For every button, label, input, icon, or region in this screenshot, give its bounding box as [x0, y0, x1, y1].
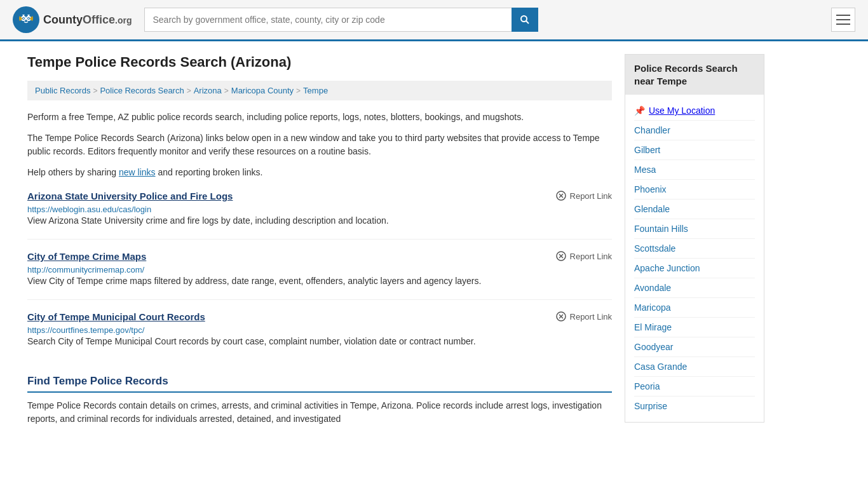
sidebar-location-link-7[interactable]: Apache Junction: [634, 263, 700, 273]
sidebar-content: 📌 Use My Location ChandlerGilbertMesaPho…: [625, 95, 764, 422]
resource-entry-3: City of Tempe Municipal Court Records Re…: [27, 311, 612, 360]
report-label-1: Report Link: [570, 191, 612, 201]
report-icon-2: [556, 251, 566, 261]
menu-line-3: [836, 24, 850, 25]
breadcrumb-tempe[interactable]: Tempe: [303, 86, 328, 95]
use-my-location-item[interactable]: 📌 Use My Location: [634, 101, 755, 121]
intro-p3-pre: Help others by sharing: [27, 167, 119, 177]
report-icon-1: [556, 191, 566, 201]
section-heading: Find Tempe Police Records: [27, 375, 612, 393]
site-logo[interactable]: CountyOffice.org: [13, 6, 132, 33]
page-title: Tempe Police Records Search (Arizona): [27, 54, 612, 71]
sidebar-location-item: Peoria: [634, 377, 755, 396]
sidebar-location-item: Mesa: [634, 160, 755, 180]
resource-desc-1: View Arizona State University crime and …: [27, 214, 612, 227]
breadcrumb-public-records[interactable]: Public Records: [35, 86, 90, 95]
sidebar: Police Records Search near Tempe 📌 Use M…: [625, 54, 764, 433]
main-content: Tempe Police Records Search (Arizona) Pu…: [27, 54, 612, 433]
sidebar-location-link-4[interactable]: Glendale: [634, 204, 670, 214]
resource-header-2: City of Tempe Crime Maps Report Link: [27, 251, 612, 262]
resource-url-3[interactable]: https://courtfines.tempe.gov/tpc/: [27, 325, 144, 335]
sidebar-location-link-8[interactable]: Avondale: [634, 283, 671, 293]
intro-paragraph-1: Perform a free Tempe, AZ public police r…: [27, 111, 612, 124]
sidebar-location-link-13[interactable]: Peoria: [634, 381, 660, 391]
sidebar-location-item: Gilbert: [634, 140, 755, 160]
intro-p3-post: and reporting broken links.: [156, 167, 263, 177]
sidebar-location-link-2[interactable]: Mesa: [634, 165, 656, 175]
resource-title-3[interactable]: City of Tempe Municipal Court Records: [27, 311, 205, 322]
search-form: [144, 8, 538, 32]
breadcrumb-arizona[interactable]: Arizona: [194, 86, 222, 95]
resource-title-2[interactable]: City of Tempe Crime Maps: [27, 251, 146, 262]
menu-line-1: [836, 15, 850, 16]
report-label-2: Report Link: [570, 252, 612, 261]
sidebar-location-link-9[interactable]: Maricopa: [634, 302, 671, 313]
svg-line-8: [526, 21, 529, 24]
sidebar-location-item: Chandler: [634, 121, 755, 140]
intro-paragraph-2: The Tempe Police Records Search (Arizona…: [27, 132, 612, 158]
sidebar-locations-list: ChandlerGilbertMesaPhoenixGlendaleFounta…: [634, 121, 755, 416]
sidebar-location-item: Apache Junction: [634, 259, 755, 278]
sidebar-location-link-6[interactable]: Scottsdale: [634, 243, 675, 254]
search-icon: [520, 15, 530, 25]
svg-point-5: [23, 18, 24, 19]
resource-header-3: City of Tempe Municipal Court Records Re…: [27, 311, 612, 322]
location-pin-icon: 📌: [634, 105, 645, 116]
sidebar-location-item: Maricopa: [634, 298, 755, 318]
breadcrumb-sep-1: >: [93, 86, 97, 95]
sidebar-location-link-12[interactable]: Casa Grande: [634, 362, 687, 372]
sidebar-box: Police Records Search near Tempe 📌 Use M…: [625, 54, 764, 423]
sidebar-location-item: Scottsdale: [634, 239, 755, 259]
breadcrumb-sep-4: >: [296, 86, 301, 95]
search-button[interactable]: [512, 8, 538, 32]
logo-text: CountyOffice.org: [43, 13, 132, 27]
sidebar-location-link-11[interactable]: Goodyear: [634, 342, 673, 352]
new-links-link[interactable]: new links: [119, 167, 156, 177]
resource-desc-3: Search City of Tempe Municipal Court rec…: [27, 335, 612, 348]
resource-header-1: Arizona State University Police and Fire…: [27, 191, 612, 201]
resource-url-2[interactable]: http://communitycrimemap.com/: [27, 265, 144, 274]
resource-entry-1: Arizona State University Police and Fire…: [27, 191, 612, 240]
resource-title-1[interactable]: Arizona State University Police and Fire…: [27, 191, 233, 201]
sidebar-location-item: Phoenix: [634, 180, 755, 200]
sidebar-location-link-5[interactable]: Fountain Hills: [634, 224, 688, 234]
sidebar-location-item: El Mirage: [634, 318, 755, 337]
intro-paragraph-3: Help others by sharing new links and rep…: [27, 166, 612, 179]
sidebar-location-link-10[interactable]: El Mirage: [634, 322, 672, 332]
report-icon-3: [556, 311, 566, 322]
breadcrumb-sep-2: >: [187, 86, 191, 95]
sidebar-location-item: Casa Grande: [634, 357, 755, 377]
report-label-3: Report Link: [570, 312, 612, 322]
sidebar-location-item: Fountain Hills: [634, 219, 755, 239]
sidebar-location-link-0[interactable]: Chandler: [634, 125, 670, 135]
sidebar-location-link-1[interactable]: Gilbert: [634, 145, 660, 155]
search-input[interactable]: [144, 8, 512, 32]
report-link-3[interactable]: Report Link: [556, 311, 612, 322]
report-link-1[interactable]: Report Link: [556, 191, 612, 201]
use-my-location-link[interactable]: Use My Location: [649, 105, 715, 116]
sidebar-location-link-3[interactable]: Phoenix: [634, 184, 667, 194]
resource-desc-2: View City of Tempe crime maps filtered b…: [27, 274, 612, 288]
svg-point-7: [521, 16, 527, 22]
section-text: Tempe Police Records contain details on …: [27, 399, 612, 426]
breadcrumb-maricopa-county[interactable]: Maricopa County: [231, 86, 294, 95]
sidebar-location-item: Surprise: [634, 396, 755, 416]
breadcrumb-police-records-search[interactable]: Police Records Search: [100, 86, 184, 95]
main-layout: Tempe Police Records Search (Arizona) Pu…: [15, 41, 853, 433]
sidebar-title: Police Records Search near Tempe: [625, 55, 764, 95]
sidebar-location-link-14[interactable]: Surprise: [634, 401, 667, 411]
resource-entry-2: City of Tempe Crime Maps Report Link htt…: [27, 251, 612, 300]
breadcrumb: Public Records > Police Records Search >…: [27, 81, 612, 100]
svg-point-6: [28, 18, 29, 19]
breadcrumb-sep-3: >: [224, 86, 229, 95]
logo-icon: [13, 6, 39, 33]
site-header: CountyOffice.org: [0, 0, 868, 41]
sidebar-location-item: Avondale: [634, 278, 755, 298]
sidebar-location-item: Goodyear: [634, 337, 755, 357]
hamburger-menu-button[interactable]: [831, 8, 855, 32]
menu-line-2: [836, 19, 850, 20]
report-link-2[interactable]: Report Link: [556, 251, 612, 261]
sidebar-location-item: Glendale: [634, 200, 755, 219]
resource-url-1[interactable]: https://weblogin.asu.edu/cas/login: [27, 205, 151, 214]
